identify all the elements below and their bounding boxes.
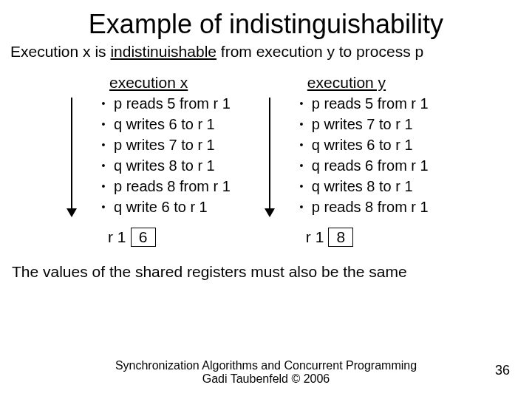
step-text: q reads 6 from r 1 [312, 155, 429, 176]
bullet-icon: • [98, 197, 114, 217]
execution-x-steps: •p reads 5 from r 1 •q writes 6 to r 1 •… [77, 93, 231, 217]
register-y-value: 8 [328, 228, 353, 247]
bullet-icon: • [296, 114, 312, 134]
columns: execution x •p reads 5 from r 1 •q write… [77, 74, 522, 247]
step-text: p reads 8 from r 1 [114, 176, 231, 197]
step-text: q write 6 to r 1 [114, 197, 208, 217]
list-item: •p reads 5 from r 1 [98, 93, 231, 114]
register-x-value: 6 [131, 228, 156, 247]
step-text: q writes 8 to r 1 [312, 176, 413, 197]
list-item: •p writes 7 to r 1 [98, 134, 231, 155]
bullet-icon: • [296, 134, 312, 155]
slide-note: The values of the shared registers must … [12, 263, 522, 281]
slide-title: Example of indistinguishability [10, 9, 522, 40]
bullet-icon: • [296, 155, 312, 176]
footer-line-2: Gadi Taubenfeld © 2006 [0, 372, 532, 386]
step-text: p writes 7 to r 1 [312, 114, 413, 134]
list-item: •q writes 8 to r 1 [98, 155, 231, 176]
list-item: •q writes 6 to r 1 [296, 134, 429, 155]
step-text: q writes 6 to r 1 [114, 114, 215, 134]
step-text: p reads 8 from r 1 [312, 197, 429, 217]
list-item: •q reads 6 from r 1 [296, 155, 429, 176]
list-item: •q writes 8 to r 1 [296, 176, 429, 197]
step-text: p reads 5 from r 1 [114, 93, 231, 114]
execution-y-header: execution y [290, 74, 386, 92]
subtitle-key-word: indistinuishable [110, 43, 216, 60]
register-y-label: r 1 [306, 228, 324, 246]
bullet-icon: • [98, 114, 114, 134]
step-text: p reads 5 from r 1 [312, 93, 429, 114]
footer-line-1: Synchronization Algorithms and Concurren… [0, 359, 532, 372]
execution-x-header: execution x [92, 74, 188, 92]
execution-x-column: execution x •p reads 5 from r 1 •q write… [77, 74, 231, 247]
list-item: •p reads 8 from r 1 [296, 197, 429, 217]
page-number: 36 [495, 363, 510, 378]
register-y: r 1 8 [306, 228, 354, 247]
slide-footer: Synchronization Algorithms and Concurren… [0, 359, 532, 386]
bullet-icon: • [98, 176, 114, 197]
timeline-arrow-icon [66, 98, 77, 216]
list-item: •p writes 7 to r 1 [296, 114, 429, 134]
list-item: •p reads 5 from r 1 [296, 93, 429, 114]
timeline-arrow-icon [265, 98, 275, 216]
subtitle-pre: Execution x is [10, 43, 110, 60]
bullet-icon: • [98, 155, 114, 176]
bullet-icon: • [296, 176, 312, 197]
register-x: r 1 6 [108, 228, 156, 247]
execution-y-steps: •p reads 5 from r 1 •p writes 7 to r 1 •… [275, 93, 429, 217]
step-text: p writes 7 to r 1 [114, 134, 215, 155]
bullet-icon: • [98, 93, 114, 114]
step-text: q writes 6 to r 1 [312, 134, 413, 155]
subtitle-post: from execution y to process p [216, 43, 423, 60]
list-item: •q write 6 to r 1 [98, 197, 231, 217]
list-item: •p reads 8 from r 1 [98, 176, 231, 197]
bullet-icon: • [296, 93, 312, 114]
register-x-label: r 1 [108, 228, 126, 246]
bullet-icon: • [296, 197, 312, 217]
step-text: q writes 8 to r 1 [114, 155, 215, 176]
bullet-icon: • [98, 134, 114, 155]
execution-y-column: execution y •p reads 5 from r 1 •p write… [275, 74, 429, 247]
list-item: •q writes 6 to r 1 [98, 114, 231, 134]
slide-subtitle: Execution x is indistinuishable from exe… [10, 43, 522, 61]
